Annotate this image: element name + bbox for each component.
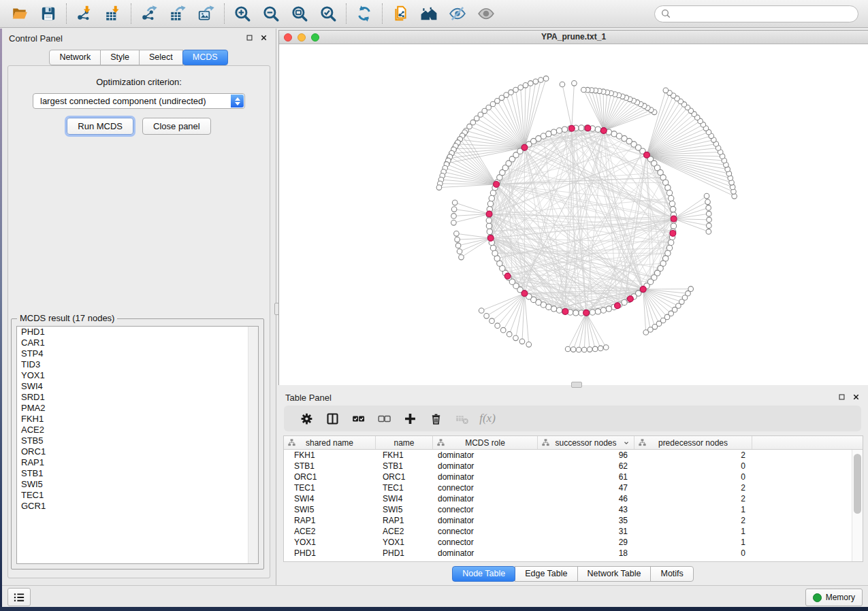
mcds-result-item[interactable]: TID3 [17, 359, 258, 370]
table-row[interactable]: RAP1RAP1dominator352 [284, 515, 863, 526]
mcds-result-item[interactable]: PMA2 [17, 403, 258, 414]
search-input[interactable] [654, 5, 858, 22]
table-row[interactable]: ORC1ORC1dominator610 [284, 472, 863, 482]
deselect-checks-button[interactable] [371, 412, 397, 426]
mcds-result-item[interactable]: SRD1 [17, 392, 258, 403]
mcds-result-item[interactable]: ACE2 [17, 425, 258, 435]
table-row[interactable]: YOX1YOX1connector291 [284, 537, 863, 548]
network-graph[interactable] [279, 44, 868, 385]
task-history-button[interactable] [7, 588, 31, 606]
show-all-button[interactable] [472, 3, 500, 24]
float-icon[interactable] [246, 34, 253, 42]
cell-MCDS-role: dominator [433, 472, 538, 482]
run-mcds-button[interactable]: Run MCDS [67, 118, 133, 135]
network-window: YPA_prune.txt_1 [278, 30, 868, 385]
mcds-result-item[interactable]: FKH1 [17, 414, 258, 425]
control-panel-title: Control Panel [9, 33, 63, 44]
close-traffic-light-icon[interactable] [284, 33, 292, 42]
mcds-result-item[interactable]: PHD1 [17, 327, 258, 337]
export-image-button[interactable] [192, 3, 221, 24]
table-row[interactable]: PHD1PHD1dominator180 [284, 548, 863, 559]
mcds-result-item[interactable]: TEC1 [17, 490, 258, 501]
table-row[interactable]: ACE2ACE2connector311 [284, 526, 863, 537]
refresh-layout-button[interactable] [350, 3, 379, 24]
tab-motifs[interactable]: Motifs [650, 566, 693, 582]
mcds-result-item[interactable]: SWI5 [17, 479, 258, 490]
close-panel-button[interactable]: Close panel [142, 118, 211, 135]
open-file-button[interactable] [5, 3, 34, 24]
mcds-result-item[interactable]: STB1 [17, 468, 258, 479]
mcds-result-group: MCDS result (17 nodes) PHD1CAR1STP4TID3Y… [11, 318, 264, 569]
add-plus-button[interactable] [397, 412, 423, 426]
cell-successor-nodes: 46 [538, 493, 634, 504]
import-table-button[interactable] [99, 3, 127, 24]
tab-network-table[interactable]: Network Table [577, 566, 652, 582]
hide-selection-icon [449, 5, 466, 22]
mcds-result-item[interactable]: GCR1 [17, 501, 258, 512]
tab-style[interactable]: Style [100, 50, 140, 65]
close-icon[interactable] [260, 34, 268, 42]
mcds-result-item[interactable]: STB5 [17, 435, 258, 446]
split-columns-button[interactable] [319, 412, 345, 426]
float-icon[interactable] [246, 34, 253, 42]
zoom-out-button[interactable] [257, 3, 285, 24]
table-row[interactable]: FKH1FKH1dominator962 [284, 450, 863, 461]
close-icon[interactable] [852, 393, 860, 401]
tab-network[interactable]: Network [49, 50, 101, 65]
list-scrollbar-track[interactable] [248, 327, 258, 563]
tab-mcds[interactable]: MCDS [182, 50, 228, 65]
float-icon[interactable] [838, 393, 846, 401]
criterion-select[interactable]: largest connected component (undirected) [33, 93, 245, 109]
memory-button[interactable]: Memory [805, 589, 863, 606]
search-networks-button[interactable] [415, 3, 443, 24]
network-window-titlebar[interactable]: YPA_prune.txt_1 [279, 31, 868, 44]
zoom-traffic-light-icon[interactable] [311, 33, 319, 42]
mcds-result-item[interactable]: SWI4 [17, 381, 258, 392]
zoom-selected-button[interactable] [314, 3, 342, 24]
horizontal-splitter-handle[interactable] [571, 382, 582, 388]
table-row[interactable]: SWI5SWI5connector431 [284, 504, 863, 515]
table-row[interactable]: TEC1TEC1connector472 [284, 482, 863, 493]
new-network-from-selection-button[interactable] [386, 3, 415, 24]
column-header-successor-nodes[interactable]: successor nodes [538, 436, 634, 449]
close-icon[interactable] [852, 393, 860, 401]
mcds-result-item[interactable]: RAP1 [17, 457, 258, 468]
mcds-result-item[interactable]: YOX1 [17, 370, 258, 381]
select-all-checks-button[interactable] [345, 412, 371, 426]
table-scrollbar-thumb[interactable] [854, 454, 861, 514]
table-scrollbar-track[interactable] [852, 450, 863, 561]
zoom-fit-button[interactable] [285, 3, 314, 24]
zoom-selected-icon [319, 5, 337, 22]
tab-node-table[interactable]: Node Table [452, 566, 515, 582]
network-canvas[interactable] [279, 44, 868, 385]
mcds-result-list[interactable]: PHD1CAR1STP4TID3YOX1SWI4SRD1PMA2FKH1ACE2… [16, 326, 259, 564]
gear-button[interactable] [293, 412, 319, 426]
mcds-result-item[interactable]: CAR1 [17, 337, 258, 348]
mcds-result-item[interactable]: ORC1 [17, 446, 258, 457]
export-network-button[interactable] [135, 3, 163, 24]
column-header-shared-name[interactable]: shared name [284, 436, 376, 449]
column-header-predecessor-nodes[interactable]: predecessor nodes [634, 436, 752, 449]
close-icon[interactable] [260, 34, 268, 42]
import-network-button[interactable] [70, 3, 99, 24]
tree-icon [436, 438, 445, 447]
table-row[interactable]: STB1STB1dominator620 [284, 461, 863, 472]
column-header-name[interactable]: name [376, 436, 433, 449]
mcds-result-item[interactable]: STP4 [17, 348, 258, 359]
zoom-in-button[interactable] [228, 3, 257, 24]
trash-button[interactable] [423, 412, 449, 426]
minimize-traffic-light-icon[interactable] [298, 33, 306, 42]
tab-edge-table[interactable]: Edge Table [515, 566, 577, 582]
hide-selection-button[interactable] [443, 3, 472, 24]
tab-select[interactable]: Select [139, 50, 183, 65]
table-row[interactable]: SWI4SWI4dominator462 [284, 493, 863, 504]
float-icon[interactable] [838, 393, 846, 401]
cell-MCDS-role: connector [433, 537, 538, 548]
column-header-MCDS-role[interactable]: MCDS role [433, 436, 538, 449]
save-session-button[interactable] [34, 3, 63, 24]
zoom-fit-icon [291, 5, 308, 22]
cell-successor-nodes: 29 [538, 537, 634, 548]
cell-name: ACE2 [376, 526, 433, 537]
dominator-node [521, 144, 528, 150]
export-table-button[interactable] [163, 3, 192, 24]
